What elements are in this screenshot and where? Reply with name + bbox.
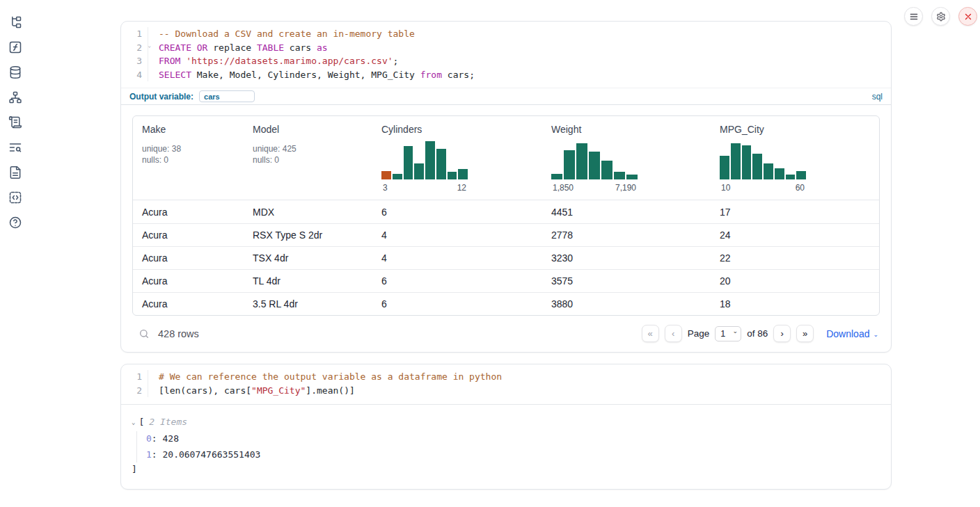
code-token: cars	[284, 41, 317, 55]
axis-min-label: 1,850	[553, 183, 574, 193]
line-number: 1	[125, 370, 142, 384]
table-cell: 17	[711, 200, 879, 223]
last-page-button[interactable]: »	[796, 325, 814, 342]
tree-key: 1	[146, 449, 152, 460]
code-token: replace	[207, 41, 256, 55]
row-count: 428 rows	[158, 328, 199, 339]
code-line[interactable]: 2⌄CREATE OR replace TABLE cars as	[125, 41, 885, 55]
histogram-bar	[589, 152, 600, 179]
table-row[interactable]: Acura3.5 RL 4dr6388018	[133, 292, 879, 315]
table-search-button[interactable]	[139, 328, 150, 339]
table-cell: 2778	[542, 224, 711, 246]
axis-max-label: 60	[796, 183, 805, 193]
table-cell: Acura	[133, 270, 244, 292]
histogram-bar	[775, 168, 784, 180]
histogram-bar	[626, 175, 638, 179]
table-cell: Acura	[133, 200, 244, 223]
python-output-tree: ⌄[2 Items0: 4281: 20.060747663551403]	[121, 405, 891, 489]
table-row[interactable]: AcuraMDX6445117	[133, 200, 879, 223]
search-icon	[139, 328, 150, 339]
output-variable-input[interactable]	[199, 90, 255, 102]
table-cell: 3230	[542, 247, 711, 269]
table-footer: 428 rows « ‹ Page 1 ⌄ of 86 › »	[132, 325, 880, 345]
line-number: 4	[125, 68, 142, 82]
column-header-mpg_city[interactable]: MPG_City1060	[711, 116, 879, 200]
python-code-editor[interactable]: 1# We can reference the output variable …	[121, 364, 891, 404]
sidebar-button-file-tree[interactable]	[3, 10, 27, 35]
histogram-bar	[458, 169, 468, 179]
column-name: Weight	[551, 124, 702, 135]
histogram-bar	[425, 141, 435, 179]
code-token: OR	[197, 41, 208, 55]
settings-button[interactable]	[931, 7, 950, 26]
code-token: CREATE	[159, 41, 191, 55]
code-line[interactable]: 4SELECT Make, Model, Cylinders, Weight, …	[125, 68, 885, 82]
column-name: Cylinders	[381, 124, 534, 135]
fold-chevron-icon[interactable]: ⌄	[148, 43, 151, 49]
histogram-bar	[414, 163, 424, 179]
code-line[interactable]: 1# We can reference the output variable …	[125, 370, 885, 384]
sidebar-button-help-circle[interactable]	[3, 210, 27, 235]
sidebar-button-scroll-text[interactable]	[3, 110, 27, 135]
code-token: -- Download a CSV and create an in-memor…	[159, 27, 415, 41]
table-row[interactable]: AcuraTSX 4dr4323022	[133, 246, 879, 269]
table-cell: 3.5 RL 4dr	[244, 293, 372, 315]
tree-entry: 0: 428	[146, 431, 880, 447]
column-header-model[interactable]: Modelunique: 425nulls: 0	[244, 116, 372, 200]
collapse-chevron-icon[interactable]: ⌄	[132, 416, 135, 428]
sidebar-button-code-box[interactable]	[3, 185, 27, 210]
sidebar-button-file-text[interactable]	[3, 160, 27, 185]
download-button[interactable]: Download ⌄	[826, 328, 878, 339]
column-header-cylinders[interactable]: Cylinders312	[372, 116, 542, 200]
line-number: 3	[125, 54, 142, 68]
table-cell: Acura	[133, 224, 244, 246]
code-line[interactable]: 1-- Download a CSV and create an in-memo…	[125, 27, 885, 41]
table-row[interactable]: AcuraRSX Type S 2dr4277824	[133, 223, 879, 246]
data-table: Makeunique: 38nulls: 0Modelunique: 425nu…	[132, 115, 880, 316]
histogram-bar	[614, 172, 625, 179]
sidebar-button-network[interactable]	[3, 85, 27, 110]
column-header-weight[interactable]: Weight1,8507,190	[542, 116, 711, 200]
sidebar-button-function-square[interactable]	[3, 35, 27, 60]
column-header-make[interactable]: Makeunique: 38nulls: 0	[133, 116, 244, 200]
function-square-icon	[8, 40, 22, 54]
column-histogram: 312	[381, 141, 534, 193]
table-cell: 20	[711, 270, 879, 292]
gutter-divider	[148, 384, 159, 398]
menu-button[interactable]	[904, 7, 923, 26]
first-page-button[interactable]: «	[642, 325, 659, 342]
sidebar-button-text-search[interactable]	[3, 135, 27, 160]
histogram-bar	[731, 143, 741, 179]
table-header: Makeunique: 38nulls: 0Modelunique: 425nu…	[133, 116, 879, 200]
sidebar-button-database[interactable]	[3, 60, 27, 85]
page-select[interactable]: 1	[715, 326, 741, 341]
code-line[interactable]: 2[len(cars), cars["MPG_City"].mean()]	[125, 384, 885, 398]
table-cell: TL 4dr	[244, 270, 372, 292]
table-cell: 4	[372, 247, 542, 269]
output-variable-bar: Output variable: sql	[121, 88, 891, 105]
column-name: Model	[253, 124, 364, 135]
gutter-divider	[148, 27, 159, 41]
prev-page-button[interactable]: ‹	[665, 325, 682, 342]
histogram-bar	[796, 171, 806, 179]
tree-entry: 1: 20.060747663551403	[146, 447, 880, 463]
code-token: "MPG_City"	[251, 384, 306, 398]
histogram-bar	[564, 150, 575, 179]
code-token: ;	[393, 54, 399, 68]
column-name: MPG_City	[720, 124, 871, 135]
table-row[interactable]: AcuraTL 4dr6357520	[133, 269, 879, 292]
sql-cell: 1-- Download a CSV and create an in-memo…	[120, 21, 892, 353]
topbar-actions	[904, 7, 977, 26]
scroll-text-icon	[8, 115, 22, 129]
table-cell: 6	[372, 293, 542, 315]
code-token	[180, 54, 186, 68]
table-cell: MDX	[244, 200, 372, 223]
line-number: 2	[125, 384, 142, 398]
code-token: from	[420, 68, 442, 82]
sql-code-editor[interactable]: 1-- Download a CSV and create an in-memo…	[121, 22, 891, 88]
shutdown-button[interactable]	[958, 7, 977, 26]
next-page-button[interactable]: ›	[773, 325, 791, 342]
column-stats: unique: 425nulls: 0	[253, 143, 364, 166]
database-icon	[8, 65, 22, 79]
code-line[interactable]: 3FROM 'https://datasets.marimo.app/cars.…	[125, 54, 885, 68]
